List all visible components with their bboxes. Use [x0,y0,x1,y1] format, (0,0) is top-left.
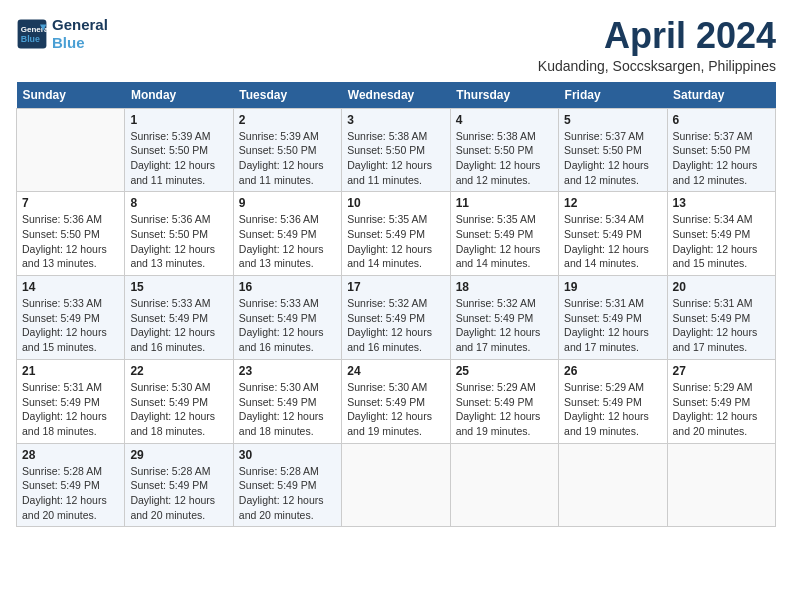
weekday-header: Wednesday [342,82,450,109]
calendar-cell: 27Sunrise: 5:29 AM Sunset: 5:49 PM Dayli… [667,359,775,443]
day-number: 20 [673,280,770,294]
calendar-cell: 24Sunrise: 5:30 AM Sunset: 5:49 PM Dayli… [342,359,450,443]
calendar-cell [342,443,450,527]
calendar-cell: 22Sunrise: 5:30 AM Sunset: 5:49 PM Dayli… [125,359,233,443]
calendar-cell: 30Sunrise: 5:28 AM Sunset: 5:49 PM Dayli… [233,443,341,527]
calendar-cell: 18Sunrise: 5:32 AM Sunset: 5:49 PM Dayli… [450,276,558,360]
day-number: 6 [673,113,770,127]
day-info: Sunrise: 5:33 AM Sunset: 5:49 PM Dayligh… [130,296,227,355]
calendar-cell: 14Sunrise: 5:33 AM Sunset: 5:49 PM Dayli… [17,276,125,360]
calendar-cell: 2Sunrise: 5:39 AM Sunset: 5:50 PM Daylig… [233,108,341,192]
day-number: 19 [564,280,661,294]
day-info: Sunrise: 5:38 AM Sunset: 5:50 PM Dayligh… [347,129,444,188]
day-number: 12 [564,196,661,210]
day-number: 16 [239,280,336,294]
calendar-cell: 17Sunrise: 5:32 AM Sunset: 5:49 PM Dayli… [342,276,450,360]
day-info: Sunrise: 5:36 AM Sunset: 5:50 PM Dayligh… [130,212,227,271]
day-number: 28 [22,448,119,462]
calendar-cell: 1Sunrise: 5:39 AM Sunset: 5:50 PM Daylig… [125,108,233,192]
calendar-cell: 16Sunrise: 5:33 AM Sunset: 5:49 PM Dayli… [233,276,341,360]
day-info: Sunrise: 5:39 AM Sunset: 5:50 PM Dayligh… [130,129,227,188]
day-number: 9 [239,196,336,210]
calendar-week-row: 28Sunrise: 5:28 AM Sunset: 5:49 PM Dayli… [17,443,776,527]
day-info: Sunrise: 5:31 AM Sunset: 5:49 PM Dayligh… [564,296,661,355]
calendar-cell: 10Sunrise: 5:35 AM Sunset: 5:49 PM Dayli… [342,192,450,276]
svg-text:Blue: Blue [21,34,40,44]
day-number: 13 [673,196,770,210]
day-number: 5 [564,113,661,127]
day-info: Sunrise: 5:33 AM Sunset: 5:49 PM Dayligh… [22,296,119,355]
day-number: 4 [456,113,553,127]
calendar-cell: 13Sunrise: 5:34 AM Sunset: 5:49 PM Dayli… [667,192,775,276]
day-info: Sunrise: 5:34 AM Sunset: 5:49 PM Dayligh… [673,212,770,271]
day-number: 23 [239,364,336,378]
calendar-cell: 9Sunrise: 5:36 AM Sunset: 5:49 PM Daylig… [233,192,341,276]
day-info: Sunrise: 5:32 AM Sunset: 5:49 PM Dayligh… [456,296,553,355]
calendar-cell: 21Sunrise: 5:31 AM Sunset: 5:49 PM Dayli… [17,359,125,443]
day-info: Sunrise: 5:39 AM Sunset: 5:50 PM Dayligh… [239,129,336,188]
calendar-cell: 19Sunrise: 5:31 AM Sunset: 5:49 PM Dayli… [559,276,667,360]
calendar-cell [559,443,667,527]
day-info: Sunrise: 5:28 AM Sunset: 5:49 PM Dayligh… [130,464,227,523]
day-info: Sunrise: 5:36 AM Sunset: 5:50 PM Dayligh… [22,212,119,271]
calendar-week-row: 21Sunrise: 5:31 AM Sunset: 5:49 PM Dayli… [17,359,776,443]
day-number: 24 [347,364,444,378]
calendar-cell: 3Sunrise: 5:38 AM Sunset: 5:50 PM Daylig… [342,108,450,192]
day-info: Sunrise: 5:30 AM Sunset: 5:49 PM Dayligh… [347,380,444,439]
day-number: 29 [130,448,227,462]
day-info: Sunrise: 5:31 AM Sunset: 5:49 PM Dayligh… [22,380,119,439]
day-number: 2 [239,113,336,127]
day-number: 11 [456,196,553,210]
day-number: 7 [22,196,119,210]
calendar-cell: 5Sunrise: 5:37 AM Sunset: 5:50 PM Daylig… [559,108,667,192]
calendar-cell: 20Sunrise: 5:31 AM Sunset: 5:49 PM Dayli… [667,276,775,360]
calendar-week-row: 14Sunrise: 5:33 AM Sunset: 5:49 PM Dayli… [17,276,776,360]
calendar-cell [667,443,775,527]
calendar-cell: 12Sunrise: 5:34 AM Sunset: 5:49 PM Dayli… [559,192,667,276]
day-number: 17 [347,280,444,294]
day-info: Sunrise: 5:34 AM Sunset: 5:49 PM Dayligh… [564,212,661,271]
day-info: Sunrise: 5:29 AM Sunset: 5:49 PM Dayligh… [673,380,770,439]
location: Kudanding, Soccsksargen, Philippines [538,58,776,74]
day-number: 22 [130,364,227,378]
weekday-header: Thursday [450,82,558,109]
day-info: Sunrise: 5:30 AM Sunset: 5:49 PM Dayligh… [239,380,336,439]
day-number: 15 [130,280,227,294]
title-block: April 2024 Kudanding, Soccsksargen, Phil… [538,16,776,74]
logo: General Blue General Blue [16,16,108,52]
day-number: 30 [239,448,336,462]
day-info: Sunrise: 5:37 AM Sunset: 5:50 PM Dayligh… [673,129,770,188]
day-number: 3 [347,113,444,127]
calendar-cell: 23Sunrise: 5:30 AM Sunset: 5:49 PM Dayli… [233,359,341,443]
logo-text: General Blue [52,16,108,52]
day-info: Sunrise: 5:37 AM Sunset: 5:50 PM Dayligh… [564,129,661,188]
logo-icon: General Blue [16,18,48,50]
day-number: 26 [564,364,661,378]
page-header: General Blue General Blue April 2024 Kud… [16,16,776,74]
calendar-cell: 28Sunrise: 5:28 AM Sunset: 5:49 PM Dayli… [17,443,125,527]
calendar-cell: 29Sunrise: 5:28 AM Sunset: 5:49 PM Dayli… [125,443,233,527]
calendar-week-row: 1Sunrise: 5:39 AM Sunset: 5:50 PM Daylig… [17,108,776,192]
calendar-cell [450,443,558,527]
day-info: Sunrise: 5:33 AM Sunset: 5:49 PM Dayligh… [239,296,336,355]
calendar-cell [17,108,125,192]
day-number: 27 [673,364,770,378]
calendar-cell: 15Sunrise: 5:33 AM Sunset: 5:49 PM Dayli… [125,276,233,360]
day-info: Sunrise: 5:38 AM Sunset: 5:50 PM Dayligh… [456,129,553,188]
day-number: 14 [22,280,119,294]
day-number: 1 [130,113,227,127]
calendar-cell: 4Sunrise: 5:38 AM Sunset: 5:50 PM Daylig… [450,108,558,192]
day-info: Sunrise: 5:29 AM Sunset: 5:49 PM Dayligh… [564,380,661,439]
calendar-week-row: 7Sunrise: 5:36 AM Sunset: 5:50 PM Daylig… [17,192,776,276]
weekday-header: Sunday [17,82,125,109]
month-title: April 2024 [538,16,776,56]
calendar-cell: 26Sunrise: 5:29 AM Sunset: 5:49 PM Dayli… [559,359,667,443]
calendar-cell: 11Sunrise: 5:35 AM Sunset: 5:49 PM Dayli… [450,192,558,276]
weekday-header: Friday [559,82,667,109]
day-number: 18 [456,280,553,294]
day-info: Sunrise: 5:28 AM Sunset: 5:49 PM Dayligh… [22,464,119,523]
day-number: 10 [347,196,444,210]
weekday-header: Tuesday [233,82,341,109]
calendar-cell: 8Sunrise: 5:36 AM Sunset: 5:50 PM Daylig… [125,192,233,276]
day-info: Sunrise: 5:36 AM Sunset: 5:49 PM Dayligh… [239,212,336,271]
